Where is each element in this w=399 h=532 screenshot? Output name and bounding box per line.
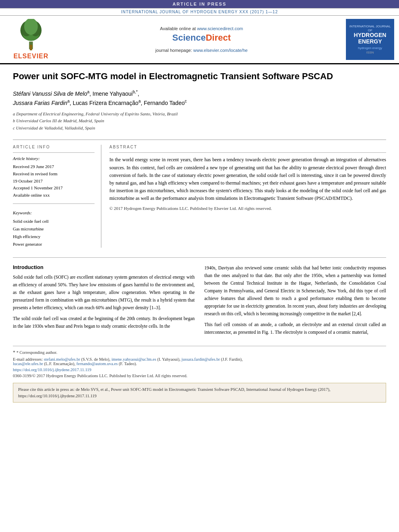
email-1-link[interactable]: stefani.melo@ufes.br (44, 357, 80, 362)
section-divider (13, 257, 386, 258)
intro-text-right: 1940s, Davtyan also reviewed some cerami… (204, 264, 386, 336)
svg-point-6 (29, 45, 33, 48)
article-info-column: ARTICLE INFO Article history: Received 2… (13, 145, 101, 248)
author-1: Stéfani Vanussi Silva de Melo (13, 90, 87, 97)
keyword-2: Gas microturbine (13, 225, 95, 233)
abstract-text: In the world energy scene in recent year… (109, 156, 386, 202)
body-col-left: Introduction Solid oxide fuel cells (SOF… (13, 264, 195, 339)
intro-para2: The solid oxide fuel cell was created at… (13, 315, 195, 330)
available-online: Available online xxx (13, 192, 95, 199)
affil-b: b Universidad Carlos III de Madrid, Madr… (13, 117, 386, 125)
journal-homepage-link[interactable]: www.elsevier.com/locate/he (193, 48, 248, 53)
sciencedirect-logo: ScienceDirect (172, 33, 231, 43)
email-2-link[interactable]: imene.yahyaoui@uc3m.es (111, 357, 156, 362)
journal-homepage: journal homepage: www.elsevier.com/locat… (155, 48, 247, 53)
article-info-abstract: ARTICLE INFO Article history: Received 2… (13, 140, 386, 248)
received-date: Received 29 June 2017 (13, 163, 95, 170)
email-3-link[interactable]: jussara.fardin@ufes.br (181, 357, 220, 362)
keyword-1: Solid oxide fuel cell (13, 218, 95, 225)
corresponding-author: * * Corresponding author. (13, 349, 386, 355)
elsevier-tree-icon (11, 19, 51, 51)
article-info-label: ARTICLE INFO (13, 145, 95, 149)
author-4-prefix: , Lucas Frizera Encarnação (70, 99, 138, 106)
abstract-column: ABSTRACT In the world energy scene in re… (109, 145, 386, 248)
intro-right-para2: This fuel cell consists of an anode, a c… (204, 321, 386, 336)
svg-point-5 (24, 19, 38, 35)
doi-line: https://doi.org/10.1016/j.ijhydene.2017.… (13, 368, 386, 372)
issn-line: 0360-3199/© 2017 Hydrogen Energy Publica… (13, 374, 386, 378)
email-list: E-mail addresses: stefani.melo@ufes.br (… (13, 357, 386, 366)
keywords-label: Keywords: (13, 210, 95, 215)
body-col-right: 1940s, Davtyan also reviewed some cerami… (204, 264, 386, 339)
hydrogen-small-text: hydrogen energy (358, 46, 382, 50)
svg-rect-7 (30, 47, 32, 51)
intro-para1: Solid oxide fuel cells (SOFC) are excell… (13, 273, 195, 312)
available-online-text: Available online at www.sciencedirect.co… (160, 26, 243, 31)
intro-right-para1: 1940s, Davtyan also reviewed some cerami… (204, 264, 386, 318)
journal-info-bar: INTERNATIONAL JOURNAL OF HYDROGEN ENERGY… (0, 8, 399, 16)
header: ELSEVIER Available online at www.science… (0, 16, 399, 64)
affil-c: c Universidad de Valladolid, Valladolid,… (13, 125, 386, 132)
keyword-3: High efficiency (13, 233, 95, 240)
header-center: Available online at www.sciencedirect.co… (61, 19, 342, 60)
doi-link[interactable]: https://doi.org/10.1016/j.ijhydene.2017.… (13, 368, 386, 372)
footnote-area: * * Corresponding author. E-mail address… (13, 346, 386, 378)
copyright-line: © 2017 Hydrogen Energy Publications LLC.… (109, 206, 386, 211)
hydrogen-energy-logo: INTERNATIONAL JOURNAL OF HYDROGENENERGY … (346, 19, 394, 60)
author-2-comma: , (138, 90, 139, 97)
article-in-press-banner: ARTICLE IN PRESS (0, 0, 399, 8)
intro-heading: Introduction (13, 264, 195, 270)
abstract-label: ABSTRACT (109, 145, 386, 149)
revised-label: Received in revised form (13, 170, 95, 178)
email-5-link[interactable]: fernando@autom.uva.es (76, 362, 117, 366)
affiliations: a Department of Electrical Engineering, … (13, 111, 386, 132)
sciencedirect-url-link[interactable]: www.sciencedirect.com (197, 26, 243, 31)
body-content: Introduction Solid oxide fuel cells (SOF… (13, 264, 386, 339)
hydrogen-ij-text: INTERNATIONAL JOURNAL OF (348, 25, 393, 32)
author-3: Jussara Farias Fardin (13, 99, 67, 106)
author-2-prefix: , Imene Yahyaoui (89, 90, 133, 97)
history-label: Article history: (13, 156, 95, 161)
keyword-4: Power generator (13, 240, 95, 248)
elsevier-logo: ELSEVIER (5, 19, 57, 60)
email-4-link[interactable]: lucas@ele.ufes.br (13, 362, 43, 366)
revised-date: 19 October 2017 (13, 178, 95, 185)
citation-text: Please cite this article in press as: de… (18, 387, 330, 398)
accepted-date: Accepted 1 November 2017 (13, 185, 95, 192)
elsevier-wordmark: ELSEVIER (13, 53, 48, 60)
hydrogen-issn: ISSN (366, 51, 374, 54)
article-title: Power unit SOFC-MTG model in Electromagn… (13, 71, 386, 82)
intro-text-left: Solid oxide fuel cells (SOFC) are excell… (13, 273, 195, 330)
author-5-prefix: , Fernando Tadeo (141, 99, 185, 106)
authors: Stéfani Vanussi Silva de Meloa, Imene Ya… (13, 89, 386, 107)
affil-a: a Department of Electrical Engineering, … (13, 111, 386, 118)
main-content: Power unit SOFC-MTG model in Electromagn… (0, 64, 399, 409)
hydrogen-title-text: HYDROGENENERGY (354, 32, 387, 45)
citation-box: Please cite this article in press as: de… (13, 383, 386, 403)
